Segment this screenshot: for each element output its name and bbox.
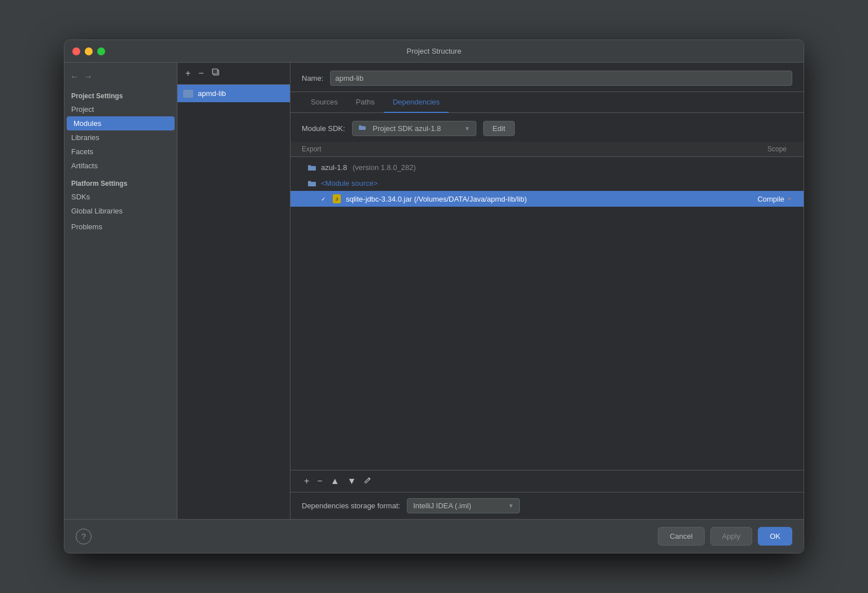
dep-list: azul-1.8 (version 1.8.0_282) <Module sou… bbox=[290, 157, 804, 470]
copy-module-button[interactable] bbox=[210, 67, 222, 80]
tab-sources[interactable]: Sources bbox=[302, 92, 347, 113]
name-row: Name: bbox=[290, 63, 804, 92]
remove-module-button[interactable]: − bbox=[196, 67, 206, 80]
dep-storage-row: Dependencies storage format: IntelliJ ID… bbox=[290, 492, 804, 519]
help-button[interactable]: ? bbox=[76, 529, 92, 544]
content-area: Name: Sources Paths Dependencies Module … bbox=[290, 63, 804, 519]
footer: ? Cancel Apply OK bbox=[64, 519, 804, 553]
sidebar-item-libraries[interactable]: Libraries bbox=[64, 130, 177, 145]
storage-dropdown-arrow: ▼ bbox=[508, 503, 514, 509]
close-button[interactable] bbox=[72, 47, 80, 55]
name-input[interactable] bbox=[330, 71, 792, 86]
module-name-label: apmd-lib bbox=[198, 89, 226, 98]
nav-arrows: ← → bbox=[64, 68, 177, 88]
traffic-lights bbox=[72, 47, 105, 55]
jar-icon-sqlite: J bbox=[332, 194, 341, 203]
title-bar: Project Structure bbox=[64, 40, 804, 63]
sidebar-item-global-libraries[interactable]: Global Libraries bbox=[64, 204, 177, 218]
sdk-folder-icon bbox=[358, 124, 366, 133]
sidebar: ← → Project Settings Project Modules Lib… bbox=[64, 63, 177, 519]
main-content: ← → Project Settings Project Modules Lib… bbox=[64, 63, 804, 519]
module-list-item-apmd-lib[interactable]: apmd-lib bbox=[177, 85, 290, 102]
storage-label: Dependencies storage format: bbox=[302, 502, 400, 510]
dep-row-module-source[interactable]: <Module source> bbox=[290, 175, 804, 191]
tabs-row: Sources Paths Dependencies bbox=[290, 92, 804, 113]
tab-dependencies[interactable]: Dependencies bbox=[384, 92, 449, 113]
back-arrow[interactable]: ← bbox=[70, 72, 79, 82]
sdk-row: Module SDK: Project SDK azul-1.8 ▼ Edit bbox=[290, 113, 804, 142]
sdk-select[interactable]: Project SDK azul-1.8 ▼ bbox=[352, 121, 476, 136]
sidebar-item-facets[interactable]: Facets bbox=[64, 145, 177, 159]
storage-select[interactable]: IntelliJ IDEA (.iml) ▼ bbox=[407, 498, 520, 513]
footer-left: ? bbox=[76, 529, 92, 544]
dep-checkbox-sqlite[interactable] bbox=[319, 194, 328, 203]
dep-row-azul[interactable]: azul-1.8 (version 1.8.0_282) bbox=[290, 159, 804, 175]
platform-settings-label: Platform Settings bbox=[64, 173, 177, 190]
dep-bottom-toolbar: + − ▲ ▼ bbox=[290, 470, 804, 492]
sdk-label: Module SDK: bbox=[302, 124, 345, 133]
folder-icon-azul bbox=[307, 163, 316, 172]
move-dep-down-button[interactable]: ▼ bbox=[345, 475, 359, 487]
cancel-button[interactable]: Cancel bbox=[658, 527, 704, 546]
scope-dropdown-arrow: ▼ bbox=[787, 196, 792, 202]
sidebar-item-problems[interactable]: Problems bbox=[64, 218, 177, 233]
remove-dep-button[interactable]: − bbox=[315, 475, 324, 487]
sidebar-item-sdks[interactable]: SDKs bbox=[64, 190, 177, 204]
sdk-dropdown-arrow: ▼ bbox=[465, 125, 470, 132]
footer-right: Cancel Apply OK bbox=[658, 527, 792, 546]
dep-scope-sqlite[interactable]: Compile ▼ bbox=[757, 195, 792, 203]
sidebar-item-modules[interactable]: Modules bbox=[67, 116, 175, 130]
project-structure-window: Project Structure ← → Project Settings P… bbox=[64, 40, 804, 553]
dep-name-module-source: <Module source> bbox=[321, 179, 792, 188]
module-toolbar: + − bbox=[177, 63, 290, 85]
dep-name-sqlite: sqlite-jdbc-3.34.0.jar (/Volumes/DATA/Ja… bbox=[346, 195, 757, 203]
window-title: Project Structure bbox=[407, 47, 462, 55]
apply-button[interactable]: Apply bbox=[710, 527, 753, 546]
folder-icon-module-source bbox=[307, 178, 316, 188]
sdk-value: Project SDK azul-1.8 bbox=[373, 124, 441, 133]
dep-table-header: Export Scope bbox=[290, 142, 804, 157]
dep-version-azul: (version 1.8.0_282) bbox=[353, 163, 416, 172]
sidebar-item-project[interactable]: Project bbox=[64, 102, 177, 116]
add-module-button[interactable]: + bbox=[183, 67, 193, 80]
export-column-header: Export bbox=[302, 145, 347, 153]
dep-row-sqlite[interactable]: J sqlite-jdbc-3.34.0.jar (/Volumes/DATA/… bbox=[290, 191, 804, 207]
add-dep-button[interactable]: + bbox=[302, 475, 311, 487]
minimize-button[interactable] bbox=[85, 47, 93, 55]
edit-dep-button[interactable] bbox=[362, 475, 374, 487]
scope-column-header: Scope bbox=[767, 145, 792, 153]
move-dep-up-button[interactable]: ▲ bbox=[328, 475, 342, 487]
forward-arrow[interactable]: → bbox=[84, 72, 93, 82]
sidebar-item-artifacts[interactable]: Artifacts bbox=[64, 159, 177, 173]
project-settings-label: Project Settings bbox=[64, 88, 177, 102]
ok-button[interactable]: OK bbox=[758, 527, 792, 546]
svg-rect-1 bbox=[212, 69, 218, 74]
tab-paths[interactable]: Paths bbox=[347, 92, 384, 113]
maximize-button[interactable] bbox=[97, 47, 105, 55]
module-panel: + − apmd-lib bbox=[177, 63, 290, 519]
dep-name-azul: azul-1.8 (version 1.8.0_282) bbox=[321, 163, 792, 172]
name-label: Name: bbox=[302, 74, 323, 82]
module-folder-icon bbox=[183, 90, 193, 98]
edit-sdk-button[interactable]: Edit bbox=[483, 121, 515, 136]
